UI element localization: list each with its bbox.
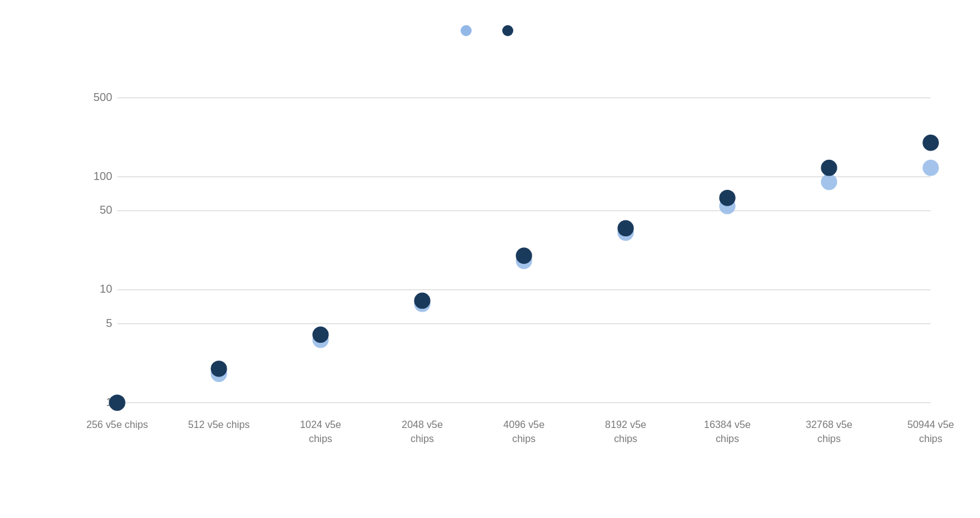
svg-text:chips: chips xyxy=(614,433,637,444)
chart-inner: 500100501051256 v5e chips512 v5e chips10… xyxy=(49,54,949,504)
svg-text:4096 v5e: 4096 v5e xyxy=(503,419,545,430)
svg-text:50944 v5e: 50944 v5e xyxy=(907,419,954,430)
svg-text:chips: chips xyxy=(715,433,739,444)
svg-point-35 xyxy=(821,174,837,190)
y-axis-label xyxy=(31,54,49,504)
plot-svg: 500100501051256 v5e chips512 v5e chips10… xyxy=(80,54,943,504)
svg-point-36 xyxy=(922,160,939,176)
svg-point-42 xyxy=(617,220,634,237)
legend-dot-measured xyxy=(461,25,472,36)
svg-text:16384 v5e: 16384 v5e xyxy=(704,419,750,430)
svg-text:8192 v5e: 8192 v5e xyxy=(605,419,646,430)
legend-item-ideal xyxy=(502,25,519,36)
legend xyxy=(461,25,519,36)
svg-text:chips: chips xyxy=(410,433,434,444)
svg-point-45 xyxy=(922,135,939,151)
svg-text:chips: chips xyxy=(309,433,332,444)
svg-text:32768 v5e: 32768 v5e xyxy=(805,419,852,430)
svg-point-39 xyxy=(312,326,329,343)
svg-point-40 xyxy=(414,293,431,309)
svg-text:chips: chips xyxy=(817,433,840,444)
svg-text:100: 100 xyxy=(93,170,112,182)
svg-text:5: 5 xyxy=(106,317,112,329)
svg-point-44 xyxy=(821,160,837,176)
chart-body: 500100501051256 v5e chips512 v5e chips10… xyxy=(31,54,949,504)
svg-text:chips: chips xyxy=(919,433,943,444)
svg-point-38 xyxy=(211,361,227,377)
svg-text:500: 500 xyxy=(93,91,112,103)
svg-point-43 xyxy=(719,190,736,206)
legend-dot-ideal xyxy=(502,25,513,36)
svg-text:50: 50 xyxy=(100,203,112,216)
svg-text:256 v5e chips: 256 v5e chips xyxy=(86,419,148,430)
plot-area: 500100501051256 v5e chips512 v5e chips10… xyxy=(80,54,943,504)
svg-text:1024 v5e: 1024 v5e xyxy=(300,419,341,430)
svg-text:10: 10 xyxy=(100,282,112,295)
svg-text:2048 v5e: 2048 v5e xyxy=(402,419,443,430)
svg-point-41 xyxy=(516,247,532,264)
legend-item-measured xyxy=(461,25,478,36)
svg-point-37 xyxy=(109,394,126,411)
chart-container: 500100501051256 v5e chips512 v5e chips10… xyxy=(31,14,949,504)
svg-text:512 v5e chips: 512 v5e chips xyxy=(188,419,250,430)
svg-text:chips: chips xyxy=(512,433,535,444)
